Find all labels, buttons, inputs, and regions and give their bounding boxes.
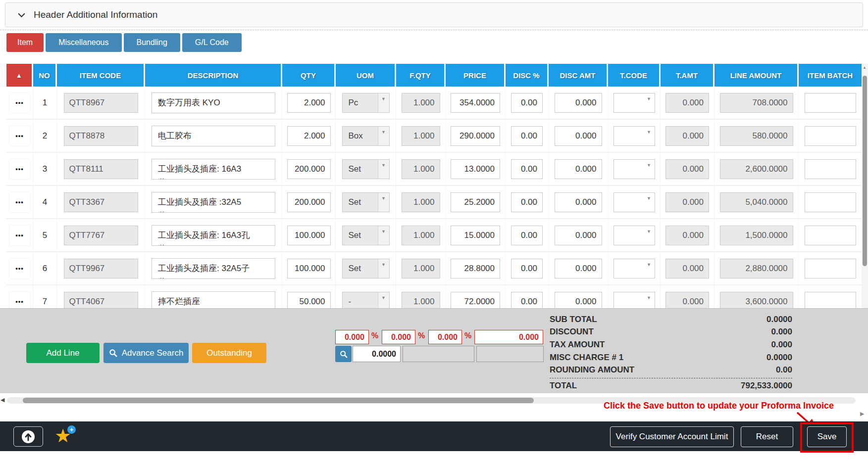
advance-search-button[interactable]: Advance Search	[103, 343, 189, 363]
tax-code-select[interactable]: ▼	[613, 259, 655, 278]
description-input[interactable]: 工业插头及插座: 16A3装	[152, 159, 275, 180]
disc-percent-input[interactable]	[511, 259, 543, 278]
row-actions-button[interactable]: •••	[9, 93, 30, 113]
misc-charge-input[interactable]	[353, 346, 401, 362]
outstanding-button[interactable]: Outstanding	[192, 343, 266, 363]
qty-input[interactable]	[287, 292, 331, 309]
disc-percent-input[interactable]	[511, 192, 543, 212]
item-batch-input[interactable]	[805, 93, 856, 113]
misc-charge-search-button[interactable]	[335, 346, 352, 362]
tax-code-select[interactable]: ▼	[613, 292, 655, 309]
disc-amount-input[interactable]	[555, 192, 602, 212]
row-actions-button[interactable]: •••	[9, 192, 30, 212]
disc-amount-input[interactable]	[555, 126, 602, 146]
tax-code-select[interactable]: ▼	[613, 159, 655, 179]
uom-select[interactable]: Set▼	[342, 259, 390, 278]
disc-percent-input[interactable]	[511, 226, 543, 245]
collapse-rows-header[interactable]: ▲	[6, 64, 33, 87]
disc-percent-input[interactable]	[511, 93, 543, 113]
discount3-percent-input[interactable]	[428, 330, 462, 344]
upload-button[interactable]	[13, 426, 43, 447]
uom-select[interactable]: Set▼	[342, 226, 390, 245]
vertical-scrollbar-thumb[interactable]	[863, 76, 867, 266]
reset-button[interactable]: Reset	[741, 426, 793, 447]
scroll-left-icon[interactable]: ◀	[0, 397, 4, 403]
item-batch-input[interactable]	[805, 126, 856, 146]
line-amount-input	[720, 259, 793, 278]
row-actions-button[interactable]: •••	[9, 259, 30, 278]
disc-amount-input[interactable]	[555, 93, 602, 113]
summary-row: ROUNDING AMOUNT0.00	[550, 364, 792, 376]
save-button[interactable]: Save	[807, 426, 847, 447]
item-batch-input[interactable]	[805, 259, 856, 278]
description-input[interactable]: 摔不烂插座	[152, 291, 275, 309]
col-header-item-code: ITEM CODE	[57, 64, 145, 87]
description-input[interactable]: 工业插头及插座 :32A5装	[152, 192, 275, 213]
scroll-right-icon[interactable]: ▶	[860, 411, 864, 417]
col-header-uom: UOM	[336, 64, 396, 87]
price-input[interactable]	[451, 192, 500, 212]
header-additional-info-toggle[interactable]: Header Additional Information	[5, 2, 863, 27]
chevron-down-icon: ▼	[378, 226, 389, 245]
discount1-percent-input[interactable]	[335, 330, 369, 344]
item-batch-input[interactable]	[805, 159, 856, 179]
disc-percent-input[interactable]	[511, 159, 543, 179]
description-input[interactable]: 数字万用表 KYONEW	[152, 92, 275, 113]
qty-input[interactable]	[287, 126, 331, 146]
disc-percent-input[interactable]	[511, 126, 543, 146]
price-input[interactable]	[451, 159, 500, 179]
row-actions-button[interactable]: •••	[9, 159, 30, 179]
col-header-no: NO	[33, 64, 57, 87]
tax-code-select[interactable]: ▼	[613, 126, 655, 146]
fqty-input	[402, 126, 440, 146]
description-input[interactable]: 电工胶布	[152, 126, 275, 146]
uom-select[interactable]: -▼	[342, 292, 390, 309]
verify-customer-account-limit-button[interactable]: Verify Customer Account Limit	[610, 426, 734, 447]
favorite-add-button[interactable]: ★ +	[54, 424, 78, 448]
tab-miscellaneous[interactable]: Miscellaneous	[46, 33, 121, 52]
discount2-percent-input[interactable]	[382, 330, 415, 344]
scroll-up-icon[interactable]: ▲	[863, 65, 867, 70]
description-input[interactable]: 工业插头及插座: 16A3孔装	[152, 225, 275, 246]
vertical-scrollbar[interactable]: ▲	[862, 64, 868, 308]
qty-input[interactable]	[287, 192, 331, 212]
item-batch-input[interactable]	[805, 226, 856, 245]
price-input[interactable]	[451, 126, 500, 146]
summary-label: SUB TOTAL	[550, 315, 597, 324]
tax-code-select[interactable]: ▼	[613, 226, 655, 245]
qty-input[interactable]	[287, 259, 331, 278]
item-batch-input[interactable]	[805, 192, 856, 212]
uom-select[interactable]: Pc▼	[342, 93, 390, 113]
item-batch-input[interactable]	[805, 292, 856, 309]
tax-code-select[interactable]: ▼	[613, 192, 655, 212]
description-input[interactable]: 工业插头及插座: 32A5子装	[152, 258, 275, 279]
row-actions-button[interactable]: •••	[9, 292, 30, 309]
disc-amount-input[interactable]	[555, 159, 602, 179]
disc-amount-input[interactable]	[555, 226, 602, 245]
qty-input[interactable]	[287, 159, 331, 179]
qty-input[interactable]	[287, 93, 331, 113]
horizontal-scrollbar-thumb[interactable]	[23, 398, 534, 403]
price-input[interactable]	[451, 93, 500, 113]
row-actions-button[interactable]: •••	[9, 126, 30, 146]
disc-percent-input[interactable]	[511, 292, 543, 309]
row-actions-button[interactable]: •••	[9, 226, 30, 245]
uom-select[interactable]: Box▼	[342, 126, 390, 146]
tab-bundling[interactable]: Bundling	[124, 33, 180, 52]
price-input[interactable]	[451, 292, 500, 309]
tax-code-select[interactable]: ▼	[613, 93, 655, 113]
add-line-button[interactable]: Add Line	[26, 343, 100, 363]
tab-item[interactable]: Item	[6, 33, 44, 52]
summary-value: 0.00	[776, 365, 792, 375]
qty-input[interactable]	[287, 226, 331, 245]
price-input[interactable]	[451, 226, 500, 245]
uom-select[interactable]: Set▼	[342, 159, 390, 179]
price-input[interactable]	[451, 259, 500, 278]
disc-amount-input[interactable]	[555, 292, 602, 309]
tab-gl-code[interactable]: G/L Code	[182, 33, 242, 52]
item-code-input	[64, 259, 138, 278]
uom-select[interactable]: Set▼	[342, 192, 390, 212]
discount-amount-input[interactable]	[474, 330, 543, 344]
disc-amount-input[interactable]	[555, 259, 602, 278]
col-header-disc-pct: DISC %	[506, 64, 549, 87]
